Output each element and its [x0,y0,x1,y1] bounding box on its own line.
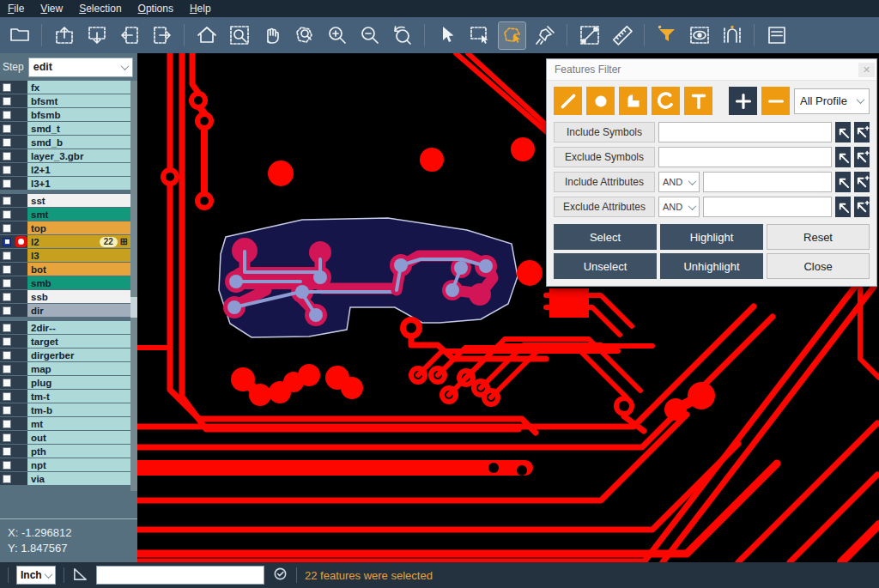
layer-indicator-slot[interactable] [14,276,27,289]
layer-row-smb[interactable]: smb [0,276,130,289]
layer-indicator-slot[interactable] [14,335,27,348]
pad-feature-icon[interactable] [586,87,615,115]
layer-visibility-checkbox[interactable] [0,122,14,135]
layer-row-ssb[interactable]: ssb [0,290,130,303]
layer-indicator-slot[interactable] [14,149,27,162]
layer-indicator-slot[interactable] [14,390,27,403]
menu-options[interactable]: Options [138,3,173,15]
layer-indicator-slot[interactable] [14,403,27,416]
layer-row-l2+1[interactable]: l2+1 [0,163,130,176]
layer-visibility-checkbox[interactable] [0,472,14,485]
step-select[interactable]: edit [28,58,133,77]
layer-indicator-slot[interactable] [14,458,27,471]
layer-indicator-slot[interactable] [14,263,27,276]
layer-indicator-slot[interactable] [14,194,27,207]
layer-row-bot[interactable]: bot [0,263,130,276]
layer-indicator-slot[interactable] [14,122,27,135]
layer-row-map[interactable]: map [0,362,130,375]
layer-row-smd_t[interactable]: smd_t [0,122,130,135]
layer-label[interactable]: 2dir-- [27,321,130,334]
layer-row-layer_3.gbr[interactable]: layer_3.gbr [0,149,130,162]
filter-value-input[interactable] [703,197,832,217]
layer-label[interactable]: smb [27,276,130,289]
zoom-in-icon[interactable] [324,22,350,49]
measure-distance-icon[interactable] [576,22,603,49]
layer-row-tm-t[interactable]: tm-t [0,390,130,403]
layer-visibility-checkbox[interactable] [0,376,14,389]
zoom-area-icon[interactable] [226,22,252,49]
layer-label[interactable]: pth [27,445,130,458]
layer-label[interactable]: bfsmt [27,94,130,107]
layer-visibility-checkbox[interactable] [0,304,14,317]
pan-view-left-icon[interactable] [116,22,142,49]
close-icon[interactable]: ✕ [858,63,875,77]
layer-visibility-checkbox[interactable] [0,417,14,430]
layer-label[interactable]: target [27,335,130,348]
logic-select[interactable]: AND [658,197,700,217]
layer-visibility-checkbox[interactable] [0,221,14,234]
surface-feature-icon[interactable] [619,87,647,115]
layer-row-dirgerber[interactable]: dirgerber [0,349,130,361]
layer-indicator-slot[interactable] [14,136,27,149]
layer-label[interactable]: plug [27,376,130,389]
polygon-select-icon[interactable] [499,22,525,49]
arc-feature-icon[interactable] [652,87,680,115]
layer-label[interactable]: bfsmb [27,108,130,121]
layer-label[interactable]: l3 [27,249,130,262]
layer-label[interactable]: dirgerber [27,349,130,361]
exclude-attributes-button[interactable]: Exclude Attributes [554,197,655,217]
filter-value-input[interactable] [658,122,832,142]
layer-label[interactable]: bot [27,263,130,276]
zoom-previous-icon[interactable] [389,22,415,49]
layer-visibility-checkbox[interactable] [0,208,14,221]
select-from-graphic-icon[interactable] [835,172,851,192]
layer-label[interactable]: fx [27,81,130,94]
line-feature-icon[interactable] [554,87,582,115]
command-input[interactable] [96,566,264,585]
snap-angle-icon[interactable] [72,566,88,585]
zoom-polygon-icon[interactable] [291,22,318,49]
layer-label[interactable]: ssb [27,290,130,303]
select-from-graphic-icon[interactable] [835,147,851,167]
layer-row-mt[interactable]: mt [0,417,130,430]
zoom-out-icon[interactable] [356,22,383,49]
layer-visibility-checkbox[interactable] [0,94,14,107]
layer-visibility-checkbox[interactable] [0,108,14,121]
layer-label[interactable]: mt [27,417,130,430]
layer-label[interactable]: smt [27,208,130,221]
rectangle-select-icon[interactable] [466,22,493,49]
home-view-icon[interactable] [193,22,220,49]
layer-label[interactable]: out [27,431,130,444]
layer-visibility-checkbox[interactable] [0,136,14,149]
add-filter-button[interactable] [729,87,757,115]
layer-row-sst[interactable]: sst [0,194,130,207]
layer-indicator-slot[interactable] [14,304,27,317]
unselect-button[interactable]: Unselect [554,253,657,279]
highlight-button[interactable]: Highlight [660,224,763,250]
layer-row-l3[interactable]: l3 [0,249,130,262]
include-attributes-button[interactable]: Include Attributes [554,172,655,192]
layer-visibility-checkbox[interactable] [0,194,14,207]
layer-indicator-slot[interactable] [14,349,27,361]
menu-view[interactable]: View [40,3,63,15]
layer-indicator-slot[interactable] [14,321,27,334]
layer-visibility-checkbox[interactable] [0,149,14,162]
view-options-icon[interactable] [686,22,712,49]
layer-row-plug[interactable]: plug [0,376,130,389]
layer-visibility-checkbox[interactable] [0,390,14,403]
layer-label[interactable]: tm-b [27,403,130,416]
layer-indicator-slot[interactable] [14,177,27,190]
clearance-icon[interactable] [718,22,745,49]
open-file-icon[interactable] [6,22,33,49]
layer-label[interactable]: tm-t [27,390,130,403]
layer-label[interactable]: npt [27,458,130,471]
include-symbols-button[interactable]: Include Symbols [554,122,655,142]
text-feature-icon[interactable] [684,87,712,115]
ruler-icon[interactable] [609,22,635,49]
layer-grid-icon[interactable]: ⊞ [120,237,128,246]
close-button[interactable]: Close [767,253,870,279]
select-from-graphic-icon[interactable] [835,122,851,142]
layer-visibility-checkbox[interactable] [0,349,14,361]
layer-row-via[interactable]: via [0,472,130,485]
layer-label[interactable]: sst [27,194,130,207]
